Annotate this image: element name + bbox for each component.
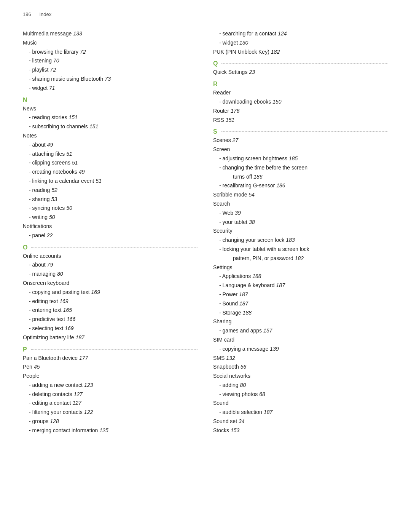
list-item: News	[23, 104, 198, 113]
list-item: Router176	[213, 107, 388, 116]
list-item: Pen45	[23, 363, 198, 372]
list-item: - managing80	[23, 270, 198, 279]
list-item: - downloading ebooks150	[213, 97, 388, 107]
list-item: - locking your tablet with a screen lock	[213, 245, 388, 254]
list-item: - about49	[23, 141, 198, 150]
list-item: - sharing53	[23, 195, 198, 204]
list-item: Optimizing battery life187	[23, 333, 198, 342]
list-item: - attaching files51	[23, 150, 198, 159]
list-item: - linking to a calendar event51	[23, 177, 198, 186]
list-item: - filtering your contacts122	[23, 408, 198, 417]
section-r-divider: R	[213, 81, 388, 88]
p-section: P Pair a Bluetooth device177 Pen45 Peopl…	[23, 346, 198, 435]
list-item: Search	[213, 200, 388, 209]
list-item: - changing the time before the screen	[213, 163, 388, 173]
list-item: Onscreen keyboard	[23, 279, 198, 288]
list-item: Music	[23, 38, 198, 48]
section-p-divider: P	[23, 346, 198, 353]
list-item: pattern, PIN, or password182	[213, 254, 388, 263]
list-item: - recalibrating G-sensor186	[213, 181, 388, 190]
list-item: Settings	[213, 263, 388, 272]
people-continuation: - searching for a contact124 - widget130…	[213, 29, 388, 56]
section-q-divider: Q	[213, 60, 388, 67]
list-item: - Web39	[213, 209, 388, 218]
list-item: - audible selection187	[213, 408, 388, 417]
list-item: - creating notebooks49	[23, 168, 198, 177]
list-item: - about79	[23, 260, 198, 270]
section-o-divider: O	[23, 244, 198, 251]
list-item: - Storage188	[213, 308, 388, 318]
section-letter-p: P	[23, 346, 30, 353]
section-letter-q: Q	[213, 60, 221, 67]
list-item: - predictive text166	[23, 315, 198, 324]
list-item: - adding80	[213, 381, 388, 390]
list-item: People	[23, 372, 198, 381]
list-item: Sound	[213, 399, 388, 408]
list-item: Pair a Bluetooth device177	[23, 354, 198, 363]
list-item: - Language & keyboard187	[213, 281, 388, 290]
list-item: Screen	[213, 145, 388, 154]
list-item: Stocks153	[213, 426, 388, 435]
list-item: - Sound187	[213, 299, 388, 308]
section-letter-s: S	[213, 128, 221, 135]
list-item: Sound set34	[213, 417, 388, 426]
list-item: - editing text169	[23, 297, 198, 306]
list-item: SMS132	[213, 354, 388, 363]
list-item: - copying and pasting text169	[23, 288, 198, 297]
right-column: - searching for a contact124 - widget130…	[213, 29, 388, 438]
list-item: - adjusting screen brightness185	[213, 154, 388, 163]
list-item: - subscribing to channels151	[23, 122, 198, 131]
page-header: 196 Index	[23, 11, 388, 19]
list-item: - groups128	[23, 417, 198, 426]
section-letter-r: R	[213, 81, 221, 88]
list-item: - panel22	[23, 231, 198, 240]
list-item: Quick Settings23	[213, 68, 388, 77]
list-item: - Applications188	[213, 272, 388, 281]
section-letter-o: O	[23, 244, 30, 251]
list-item: Scribble mode54	[213, 190, 388, 200]
list-item: - editing a contact127	[23, 399, 198, 408]
list-item: - games and apps157	[213, 326, 388, 335]
list-item: - playlist72	[23, 66, 198, 75]
list-item: - writing50	[23, 213, 198, 222]
page-title: Index	[39, 11, 51, 17]
list-item: - widget130	[213, 38, 388, 48]
left-column: Multimedia message133 Music - browsing t…	[23, 29, 198, 438]
list-item: - merging contact information125	[23, 426, 198, 435]
list-item: - syncing notes50	[23, 204, 198, 213]
section-n-divider: N	[23, 97, 198, 104]
list-item: - changing your screen lock183	[213, 236, 388, 245]
section-letter-n: N	[23, 97, 30, 104]
list-item: - deleting contacts127	[23, 390, 198, 399]
q-section: Q Quick Settings23	[213, 60, 388, 77]
list-item: Notifications	[23, 222, 198, 231]
list-item: SIM card	[213, 335, 388, 345]
list-item: Scenes27	[213, 136, 388, 145]
list-item: turns off186	[213, 173, 388, 182]
section-s-divider: S	[213, 128, 388, 135]
list-item: - your tablet38	[213, 218, 388, 227]
list-item: - sharing music using Bluetooth73	[23, 75, 198, 84]
list-item: - entering text165	[23, 306, 198, 315]
list-item: - viewing photos68	[213, 390, 388, 399]
list-item: - reading stories151	[23, 113, 198, 122]
list-item: - reading52	[23, 186, 198, 195]
page-number: 196	[23, 11, 31, 17]
list-item: - clipping screens51	[23, 158, 198, 168]
list-item: - copying a message139	[213, 345, 388, 354]
o-section: O Online accounts - about79 - managing80…	[23, 244, 198, 342]
list-item: - adding a new contact123	[23, 381, 198, 390]
list-item: Multimedia message133	[23, 29, 198, 38]
list-item: - searching for a contact124	[213, 29, 388, 38]
list-item: Security	[213, 227, 388, 236]
list-item: - widget71	[23, 84, 198, 93]
list-item: Reader	[213, 88, 388, 97]
list-item: Sharing	[213, 317, 388, 326]
n-section: N News - reading stories151 - subscribin…	[23, 97, 198, 240]
list-item: Snapbooth56	[213, 363, 388, 372]
r-section: R Reader - downloading ebooks150 Router1…	[213, 81, 388, 125]
list-item: RSS151	[213, 116, 388, 125]
list-item: Notes	[23, 131, 198, 141]
s-section: S Scenes27 Screen - adjusting screen bri…	[213, 128, 388, 435]
list-item: - selecting text169	[23, 324, 198, 333]
